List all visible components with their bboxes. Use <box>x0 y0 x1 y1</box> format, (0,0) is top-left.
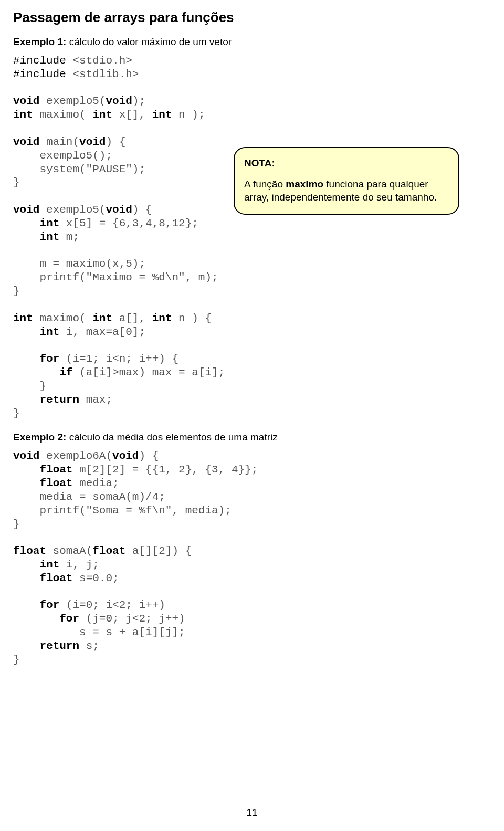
code-line: return <box>39 394 79 406</box>
example-1-text: cálculo do valor máximo de um vetor <box>66 36 232 47</box>
code-line: void <box>13 450 39 462</box>
note-box: NOTA: A função maximo funciona para qual… <box>234 147 459 215</box>
code-line: int <box>152 109 172 121</box>
code-line: media = somaA(m)/4; <box>13 491 165 503</box>
code-line: void <box>106 95 132 107</box>
note-title: NOTA: <box>244 156 449 170</box>
code-line: void <box>13 204 39 216</box>
code-line: i, j; <box>59 559 99 571</box>
code-line: int <box>13 109 33 121</box>
page-number: 11 <box>0 807 504 818</box>
code-line: int <box>92 312 112 324</box>
code-line: (j=0; j<2; j++) <box>79 613 185 625</box>
code-line <box>13 464 39 476</box>
code-line: void <box>106 204 132 216</box>
code-line: x[5] = {6,3,4,8,12}; <box>59 217 198 229</box>
code-line <box>13 640 39 652</box>
code-line: void <box>13 95 39 107</box>
code-line: media; <box>72 477 119 489</box>
code-line: float <box>39 464 72 476</box>
code-line: int <box>13 312 33 324</box>
code-line: maximo( <box>33 109 92 121</box>
code-line: somaA( <box>46 545 92 557</box>
code-line: ) { <box>132 204 152 216</box>
code-line: void <box>112 450 139 462</box>
code-line: m = maximo(x,5); <box>13 258 145 270</box>
example-2-prefix: Exemplo 2: <box>13 432 66 443</box>
example-1-prefix: Exemplo 1: <box>13 36 66 47</box>
code-line: s = s + a[i][j]; <box>13 626 185 638</box>
code-line: n ) { <box>172 312 212 324</box>
code-line: exemplo5(); <box>13 150 112 162</box>
code-line: (i=0; i<2; i++) <box>59 599 165 611</box>
code-line: s=0.0; <box>72 572 119 584</box>
code-line: max; <box>79 394 112 406</box>
code-line: <stdlib.h> <box>66 68 139 80</box>
code-line <box>13 394 39 406</box>
code-line: printf("Maximo = %d\n", m); <box>13 271 218 283</box>
code-line: ); <box>132 95 145 107</box>
note-text-pre: A função <box>244 178 286 190</box>
code-line: ) { <box>139 450 159 462</box>
code-line: int <box>39 559 59 571</box>
code-line: maximo( <box>33 312 92 324</box>
code-line: m[2][2] = {{1, 2}, {3, 4}}; <box>72 464 258 476</box>
note-text: A função maximo funciona para qualquer a… <box>244 177 449 204</box>
code-line: int <box>39 231 59 243</box>
page-heading: Passagem de arrays para funções <box>13 9 491 26</box>
code-line: system("PAUSE"); <box>13 163 145 175</box>
code-line: #include <box>13 55 66 67</box>
code-line <box>13 217 39 229</box>
code-line: x[], <box>112 109 152 121</box>
code-line: int <box>152 312 172 324</box>
code-line <box>13 353 39 365</box>
code-line: for <box>39 353 59 365</box>
code-line: a[], <box>112 312 152 324</box>
code-line: int <box>39 326 59 338</box>
page: Passagem de arrays para funções Exemplo … <box>0 0 504 831</box>
note-text-bold: maximo <box>286 178 323 190</box>
code-line: a[][2]) { <box>125 545 192 557</box>
code-line: <stdio.h> <box>66 55 132 67</box>
code-line: s; <box>79 640 99 652</box>
code-line: void <box>79 136 106 148</box>
code-line: exemplo5( <box>39 95 106 107</box>
code-line: i, max=a[0]; <box>59 326 145 338</box>
code-line <box>13 366 59 378</box>
code-line: float <box>13 545 46 557</box>
code-line: float <box>92 545 125 557</box>
code-line: m; <box>59 231 79 243</box>
code-line: return <box>39 640 79 652</box>
code-line: } <box>13 380 46 392</box>
example-2-text: cálculo da média dos elementos de uma ma… <box>66 432 277 443</box>
code-block-1: #include <stdio.h> #include <stdlib.h> v… <box>13 54 491 420</box>
code-line: ) { <box>106 136 125 148</box>
code-line: #include <box>13 68 66 80</box>
code-line: for <box>59 613 79 625</box>
code-line: n ); <box>172 109 205 121</box>
code-line <box>13 572 39 584</box>
code-line: } <box>13 285 20 297</box>
code-line <box>13 326 39 338</box>
code-line: float <box>39 572 72 584</box>
code-line: (a[i]>max) max = a[i]; <box>72 366 225 378</box>
code-line <box>13 613 59 625</box>
code-line: exemplo6A( <box>39 450 112 462</box>
code-line: int <box>92 109 112 121</box>
code-line: } <box>13 176 20 188</box>
code-line: (i=1; i<n; i++) { <box>59 353 178 365</box>
code-line: exemplo5( <box>39 204 106 216</box>
example-2-label: Exemplo 2: cálculo da média dos elemento… <box>13 432 491 443</box>
code-line: main( <box>39 136 79 148</box>
code-line: float <box>39 477 72 489</box>
code-line <box>13 599 39 611</box>
code-line: if <box>59 366 72 378</box>
example-1-label: Exemplo 1: cálculo do valor máximo de um… <box>13 36 491 48</box>
code-block-2: void exemplo6A(void) { float m[2][2] = {… <box>13 449 491 666</box>
code-line: } <box>13 407 20 419</box>
code-line <box>13 231 39 243</box>
code-line: void <box>13 136 39 148</box>
code-line: int <box>39 217 59 229</box>
code-line: for <box>39 599 59 611</box>
code-line: printf("Soma = %f\n", media); <box>13 504 232 517</box>
